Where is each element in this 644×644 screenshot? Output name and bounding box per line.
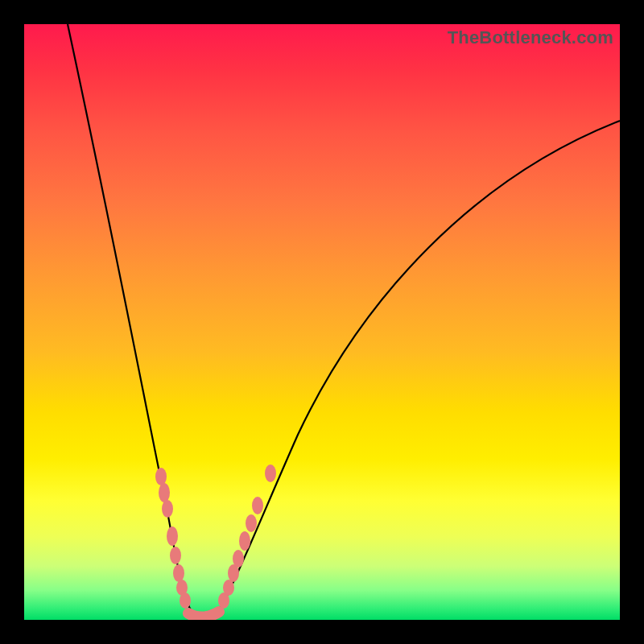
data-marker <box>223 580 234 596</box>
data-marker <box>246 514 257 532</box>
data-marker <box>239 531 250 551</box>
data-marker <box>252 497 263 514</box>
data-marker <box>233 550 244 568</box>
curve-path <box>68 24 620 620</box>
data-marker <box>155 468 167 485</box>
data-marker <box>159 483 170 502</box>
data-marker <box>167 526 178 546</box>
chart-frame: TheBottleneck.com <box>0 0 644 644</box>
data-marker <box>170 547 181 564</box>
data-marker <box>180 592 191 609</box>
data-marker <box>162 500 173 518</box>
curve-min-cap <box>188 612 219 617</box>
data-marker <box>265 464 276 482</box>
plot-area: TheBottleneck.com <box>24 24 620 620</box>
bottleneck-curve <box>24 24 620 620</box>
data-marker <box>173 564 184 582</box>
